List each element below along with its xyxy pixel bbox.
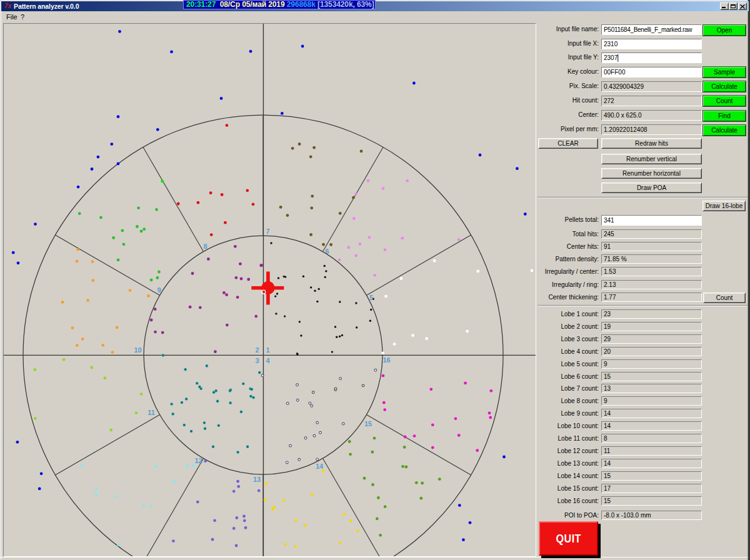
svg-text:8: 8 [203, 242, 207, 250]
svg-text:11: 11 [148, 409, 155, 416]
svg-text:7: 7 [266, 228, 269, 235]
svg-text:1: 1 [266, 346, 269, 354]
svg-text:16: 16 [382, 356, 390, 364]
svg-text:10: 10 [134, 346, 141, 354]
svg-text:4: 4 [266, 357, 270, 364]
svg-text:5: 5 [369, 294, 373, 301]
svg-text:15: 15 [364, 420, 372, 428]
svg-text:14: 14 [316, 462, 324, 470]
svg-text:6: 6 [325, 248, 329, 255]
svg-text:3: 3 [255, 357, 259, 364]
svg-text:13: 13 [253, 476, 261, 483]
svg-text:12: 12 [194, 457, 202, 464]
svg-text:2: 2 [255, 346, 259, 354]
svg-text:9: 9 [157, 286, 161, 294]
